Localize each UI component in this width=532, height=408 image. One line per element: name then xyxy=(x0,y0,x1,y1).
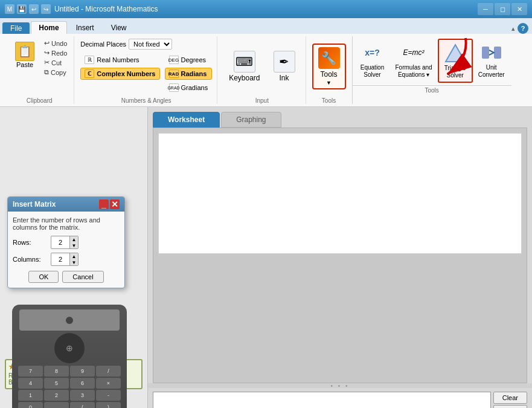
cols-up-button[interactable]: ▲ xyxy=(69,253,78,259)
svg-rect-2 xyxy=(482,47,489,59)
degrees-icon: DEG xyxy=(169,56,179,64)
title-bar: M 💾 ↩ ↪ Untitled - Microsoft Mathematics… xyxy=(0,0,532,18)
cols-spinner-btns: ▲ ▼ xyxy=(69,253,78,265)
numbers-content: Decimal Places Not fixed ℝ Real Numbers … xyxy=(80,36,212,96)
undo-icon[interactable]: ↩ xyxy=(29,4,39,14)
undo-button[interactable]: ↩ Undo xyxy=(42,39,69,48)
keyboard-icon: ⌨ xyxy=(234,51,255,73)
window-controls: ─ ◻ ✕ xyxy=(478,3,527,15)
numbers-label: Numbers & Angles xyxy=(121,96,171,104)
cols-down-button[interactable]: ▼ xyxy=(69,259,78,265)
tools-dropdown-panel: x=? EquationSolver E=mc² Formulas andEqu… xyxy=(352,36,511,104)
resize-handle[interactable]: • • • xyxy=(148,383,532,388)
dialog-minimize[interactable]: _ xyxy=(99,199,109,209)
paste-btn-area: 📋 Paste xyxy=(10,39,40,71)
cut-icon: ✂ xyxy=(44,59,50,66)
tab-graphing[interactable]: Graphing xyxy=(221,112,281,128)
rows-row: Rows: ▲ ▼ xyxy=(13,236,120,249)
title-bar-quick-access: M 💾 ↩ ↪ xyxy=(5,4,51,14)
tab-view[interactable]: View xyxy=(103,21,135,34)
real-numbers-button[interactable]: ℝ Real Numbers xyxy=(80,54,159,66)
rows-spinner[interactable]: ▲ ▼ xyxy=(51,236,79,249)
ink-icon: ✒ xyxy=(274,51,295,73)
close-button[interactable]: ✕ xyxy=(511,3,527,15)
ribbon: File Home Insert View ▴ ? 📋 Paste ↩ xyxy=(0,18,532,107)
input-label: Input xyxy=(255,96,269,104)
right-panel: Worksheet Graphing • • • Clear Enter xyxy=(148,107,532,408)
help-arrow[interactable]: ▴ xyxy=(511,25,515,33)
tools-icon: 🔧 xyxy=(318,47,340,69)
real-numbers-icon: ℝ xyxy=(85,56,94,64)
redo-icon: ↪ xyxy=(44,49,50,57)
help-button[interactable]: ? xyxy=(518,23,528,34)
decimal-select[interactable]: Not fixed xyxy=(129,39,172,50)
input-row: Clear Enter xyxy=(153,392,527,408)
unit-converter-button[interactable]: UnitConverter xyxy=(474,39,509,83)
tab-worksheet[interactable]: Worksheet xyxy=(153,112,220,128)
copy-button[interactable]: ⧉ Copy xyxy=(42,68,69,77)
ink-button[interactable]: ✒ Ink xyxy=(268,48,301,85)
expression-input[interactable] xyxy=(153,392,491,408)
paste-button[interactable]: 📋 Paste xyxy=(10,39,40,71)
tools-button[interactable]: 🔧 Tools ▼ xyxy=(312,44,346,89)
dialog-buttons: OK Cancel xyxy=(13,271,120,283)
dialog-cancel-button[interactable]: Cancel xyxy=(62,271,103,283)
dialog-ok-button[interactable]: OK xyxy=(28,271,59,283)
redo-icon[interactable]: ↪ xyxy=(41,4,51,14)
tab-home[interactable]: Home xyxy=(31,21,66,34)
cols-spinner[interactable]: ▲ ▼ xyxy=(51,253,79,266)
dialog-title-text: Insert Matrix xyxy=(13,200,56,209)
enter-input-button[interactable]: Enter xyxy=(493,405,527,408)
rows-up-button[interactable]: ▲ xyxy=(69,236,78,242)
complex-numbers-button[interactable]: ℂ Complex Numbers xyxy=(80,68,159,80)
gradians-button[interactable]: GRAD Gradians xyxy=(165,82,213,94)
content-tab-bar: Worksheet Graphing xyxy=(148,107,532,128)
cut-button[interactable]: ✂ Cut xyxy=(42,58,69,67)
formulas-equations-button[interactable]: E=mc² Formulas andEquations ▾ xyxy=(391,39,437,83)
dialog-body: Enter the number of rows and columns for… xyxy=(8,212,124,288)
window-title: Untitled - Microsoft Mathematics xyxy=(54,5,158,13)
save-icon[interactable]: 💾 xyxy=(17,4,27,14)
cols-row: Columns: ▲ ▼ xyxy=(13,253,120,266)
equation-solver-button[interactable]: x=? EquationSolver xyxy=(355,39,390,83)
rows-input[interactable] xyxy=(51,238,69,247)
app-icon: M xyxy=(5,4,14,14)
decimal-row: Decimal Places Not fixed xyxy=(80,39,172,50)
paste-icon: 📋 xyxy=(15,42,34,61)
ribbon-group-clipboard: 📋 Paste ↩ Undo ↪ Redo ✂ Cut xyxy=(5,36,74,104)
formulas-icon: E=mc² xyxy=(403,42,425,63)
main-area: Insert Matrix _ ✕ Enter the number of ro… xyxy=(0,107,532,408)
minimize-button[interactable]: ─ xyxy=(478,3,493,15)
insert-matrix-dialog: Insert Matrix _ ✕ Enter the number of ro… xyxy=(7,196,125,288)
keyboard-button[interactable]: ⌨ Keyboard xyxy=(223,48,265,85)
cols-input[interactable] xyxy=(51,255,69,264)
redo-button[interactable]: ↪ Redo xyxy=(42,48,69,57)
tools-dropdown-arrow: ▼ xyxy=(326,80,332,86)
formulas-label: Formulas andEquations ▾ xyxy=(396,64,432,79)
rows-spinner-btns: ▲ ▼ xyxy=(69,236,78,248)
tools-dropdown-items: x=? EquationSolver E=mc² Formulas andEqu… xyxy=(353,36,511,85)
dialog-close-button[interactable]: ✕ xyxy=(110,199,120,209)
equation-solver-icon: x=? xyxy=(362,42,383,63)
triangle-solver-icon xyxy=(444,42,466,64)
restore-button[interactable]: ◻ xyxy=(495,3,510,15)
degrees-button[interactable]: DEG Degrees xyxy=(165,54,213,66)
calculator-panel: Insert Matrix _ ✕ Enter the number of ro… xyxy=(0,107,148,408)
rows-down-button[interactable]: ▼ xyxy=(69,242,78,248)
dialog-description: Enter the number of rows and columns for… xyxy=(13,216,120,231)
radians-icon: RAD xyxy=(169,70,179,78)
clipboard-content: 📋 Paste ↩ Undo ↪ Redo ✂ Cut xyxy=(10,36,69,96)
radians-button[interactable]: RAD Radians xyxy=(165,68,213,80)
copy-icon: ⧉ xyxy=(44,68,49,76)
tools-label: Tools xyxy=(322,96,336,104)
tab-insert[interactable]: Insert xyxy=(68,21,102,34)
tools-section-label: Tools xyxy=(353,85,511,95)
triangle-solver-button[interactable]: TriangleSolver xyxy=(438,39,473,83)
paste-label: Paste xyxy=(16,61,33,68)
svg-marker-0 xyxy=(446,45,465,62)
input-side-buttons: Clear Enter xyxy=(493,392,527,408)
title-bar-left: M 💾 ↩ ↪ Untitled - Microsoft Mathematics xyxy=(5,4,158,14)
unit-converter-icon xyxy=(481,42,502,63)
tab-file[interactable]: File xyxy=(2,22,30,34)
clear-input-button[interactable]: Clear xyxy=(493,392,527,404)
